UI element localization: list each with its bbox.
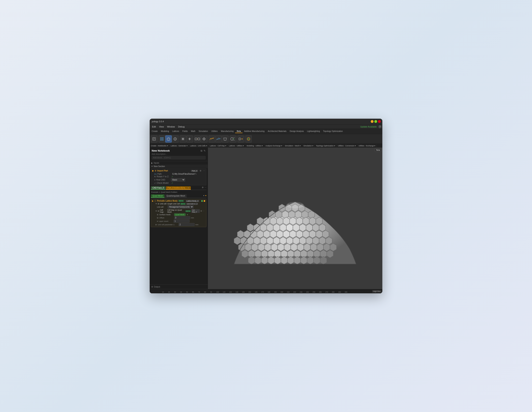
import-part-more[interactable]: ⋯: [203, 170, 205, 172]
ruler-bar: 10 20 30 40 50 60 70 80 90 100 110 120 1…: [150, 289, 382, 293]
dd-utilities-conversion[interactable]: Utilities - Conversion ▾: [337, 144, 357, 147]
part-bodies-tab[interactable]: Part_0 bodies [0].fa... ✕: [166, 186, 191, 190]
quad-mesh-tab[interactable]: Quad Mesh: [151, 194, 164, 198]
import-part-badge: Part_0: [191, 170, 198, 172]
dd-lattices-generate[interactable]: Lattices - Generate ▾: [170, 144, 189, 147]
toolbar-btn-notebook[interactable]: [151, 135, 157, 143]
ruler-num-150: 150: [248, 291, 251, 293]
dropdown-bar: Create - Notebooks ▾ Lattices - Generate…: [150, 144, 382, 147]
unit-cell-type-select[interactable]: Hexagonal honeycomb Square Triangular: [168, 205, 194, 209]
path-edit-icon[interactable]: ✎: [195, 173, 197, 175]
check-value: ✓: [171, 182, 173, 184]
surface-mesh-tag-close[interactable]: ✕: [187, 214, 188, 216]
notebook-settings-icon[interactable]: ✎: [204, 149, 206, 152]
dd-lattices-unit-cells[interactable]: Lattices - Unit Cells ▾: [189, 144, 209, 147]
tab-lattices[interactable]: Lattices: [171, 130, 181, 133]
toolbar-btn-lattice1[interactable]: [159, 135, 165, 143]
dd-modeling-utilities[interactable]: Modeling - Utilities ▾: [245, 144, 264, 147]
tab-beta[interactable]: Beta: [235, 130, 243, 133]
tab-architected[interactable]: Architected Materials: [266, 130, 288, 133]
dd-utilities-exchange[interactable]: Utilities - Exchange ▾: [357, 144, 377, 147]
surface-mesh-row: ⊞ Surface mesh: Quad Mesh ✕: [152, 213, 205, 216]
new-button[interactable]: New: [375, 148, 381, 152]
dd-simulation-mesh[interactable]: Simulation - Mesh ▾: [284, 144, 302, 147]
layer-value-input[interactable]: [173, 220, 190, 223]
toolbar-btn-cross[interactable]: [180, 135, 186, 143]
update-available-button[interactable]: Update Available: [360, 126, 377, 128]
ruler-num-70: 70: [198, 291, 200, 293]
toolbar-btn-sim2[interactable]: [215, 135, 222, 143]
import-part-dots[interactable]: ⚙: [200, 170, 201, 172]
unit-cell-icon: ⊞: [158, 203, 159, 205]
quadrangulate-tab[interactable]: Quadrangulate Mesh: [165, 194, 187, 198]
notebook-description[interactable]: Add description...: [152, 153, 206, 155]
new-section[interactable]: ▼ New Section: [150, 165, 208, 168]
main-area: New Notebook ⧉ ✎ Add description... Add …: [150, 147, 382, 289]
tab-bar: Create Modeling Lattices Fields Math Sim…: [150, 129, 382, 134]
lattice-body-beta: BETA: [178, 200, 184, 202]
toolbar-btn-mesh2[interactable]: [201, 135, 207, 143]
high-res-badge: High Res: [372, 290, 381, 293]
toolbar-btn-lattice3[interactable]: [172, 135, 178, 143]
param-value-input[interactable]: [179, 223, 195, 226]
part-bodies-close[interactable]: ✕: [188, 187, 189, 189]
cad-tabs-settings[interactable]: ⚙: [202, 186, 204, 190]
svg-marker-8: [167, 137, 170, 141]
tab-simulation[interactable]: Simulation: [197, 130, 210, 133]
toolbar-btn-topo[interactable]: [230, 135, 236, 143]
unit-cell-row: ▼ ⊞ Unit cell: Graph Unit Cell BETA Unit…: [152, 203, 205, 205]
output-label: ⚙ Output:: [151, 286, 161, 288]
menu-edit[interactable]: Edit: [151, 125, 157, 128]
cell-map-badge: BETA: [185, 210, 190, 212]
tab-topology[interactable]: Topology Optimization: [322, 130, 344, 133]
tab-math[interactable]: Math: [189, 130, 197, 133]
cad-face-tab[interactable]: CAD Face_0: [151, 186, 165, 190]
dd-analysis-exchange[interactable]: Analysis Exchange ▾: [264, 144, 284, 147]
tab-design-analysis[interactable]: Design Analysis: [288, 130, 305, 133]
offset-value-input[interactable]: [174, 216, 190, 219]
prop-path: C1 Path: G:/My Drive/Files/Demo/t ✎: [152, 173, 205, 175]
toolbar-btn-graph[interactable]: [186, 135, 193, 143]
cell-map-more[interactable]: ⋯: [203, 210, 204, 212]
lattice-body-icon: ⬡: [154, 200, 156, 202]
cad-tabs-more[interactable]: ⋯: [204, 186, 206, 190]
ruler-num-240: 240: [306, 291, 309, 293]
ruler-num-30: 30: [174, 291, 176, 293]
toolbar-btn-convert[interactable]: [238, 135, 244, 143]
dd-simulation[interactable]: Simulation ▾: [302, 144, 315, 147]
tab-lightweighting[interactable]: Lightweighting: [305, 130, 322, 133]
menu-window[interactable]: Window: [165, 125, 177, 128]
help-button[interactable]: ?: [378, 125, 381, 128]
menu-debug[interactable]: Debug: [177, 125, 186, 128]
close-button[interactable]: [378, 120, 381, 123]
add-block-button[interactable]: Add block... (Ctrl+L): [152, 156, 206, 159]
tab-additive[interactable]: Additive Manufacturing: [243, 130, 266, 133]
title-bar-left: .pology 3.0.4: [151, 120, 164, 123]
toolbar-btn-sim1[interactable]: [209, 135, 215, 143]
ruler-num-270: 270: [325, 291, 328, 293]
toolbar-btn-mesh1[interactable]: [194, 135, 201, 143]
notebook-icons: ⧉ ✎: [201, 149, 206, 152]
dd-lattices-cell-map[interactable]: Lattices - Cell Map ▾: [209, 144, 228, 147]
tab-modeling[interactable]: Modeling: [159, 130, 171, 133]
cell-map-settings[interactable]: ⚙: [200, 210, 202, 212]
param-icon: ⊘: [155, 224, 157, 226]
toolbar-btn-topo2[interactable]: [245, 135, 252, 143]
surface-mesh-tag: Quad Mesh: [174, 213, 186, 216]
notebook-copy-icon[interactable]: ⧉: [201, 149, 202, 152]
toolbar-btn-lattice2[interactable]: [165, 135, 172, 143]
maximize-button[interactable]: [374, 120, 377, 123]
cell-map-ref: Cell Map_0: [191, 209, 200, 213]
tab-utilities[interactable]: Utilities: [210, 130, 219, 133]
dd-create-notebooks[interactable]: Create - Notebooks ▾: [150, 144, 170, 147]
minimize-button[interactable]: [371, 120, 373, 123]
tab-fields[interactable]: Fields: [181, 130, 189, 133]
toolbar-btn-sim3[interactable]: [222, 135, 228, 143]
heal-value-select[interactable]: Basic Advanced: [171, 178, 185, 182]
dd-topology-optimization[interactable]: Topology Optimization ▾: [315, 144, 337, 147]
layer-label: Layer count:: [159, 220, 173, 222]
tab-manufacturing[interactable]: Manufacturing: [219, 130, 235, 133]
menu-view[interactable]: View: [157, 125, 165, 128]
tab-create[interactable]: Create: [150, 130, 159, 133]
dd-lattices-utilities[interactable]: Lattices - Utilities ▾: [228, 144, 246, 147]
